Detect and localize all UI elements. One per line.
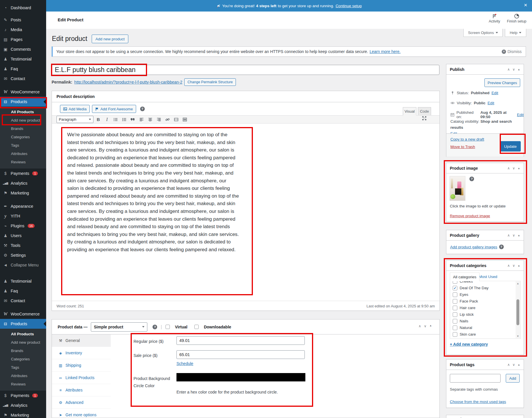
sidebar-item-tags[interactable]: Tags (0, 363, 46, 372)
sidebar-item-contact[interactable]: ✉Contact (0, 74, 46, 84)
scroll-up-icon[interactable]: ▲ (516, 281, 520, 285)
category-checkbox[interactable] (453, 312, 457, 317)
sidebar-item-reviews[interactable]: Reviews (0, 158, 46, 166)
category-checkbox[interactable] (453, 332, 457, 337)
edit-visibility-link[interactable]: Edit (488, 101, 494, 105)
add-media-button[interactable]: Add Media (60, 105, 90, 113)
edit-published-link[interactable]: Edit (517, 113, 524, 117)
sidebar-item-analytics[interactable]: ▂▅▇Analytics (0, 400, 46, 410)
sidebar-item-dashboard[interactable]: ◔Dashboard (0, 3, 46, 13)
product-data-tab-get-more-options[interactable]: ➤Get more options (52, 409, 111, 418)
sidebar-item-all-products[interactable]: All Products (0, 330, 46, 338)
sidebar-item-reviews[interactable]: Reviews (0, 380, 46, 388)
sidebar-item-analytics[interactable]: ▂▅▇Analytics (0, 178, 46, 188)
sidebar-item-woocommerce[interactable]: WWooCommerce (0, 309, 46, 319)
preview-changes-button[interactable]: Preview Changes (484, 78, 520, 87)
sidebar-item-testimonial[interactable]: ♟Testimonial (0, 276, 46, 286)
sidebar-item-marketing[interactable]: ⚑Marketing (0, 188, 46, 198)
category-checkbox[interactable] (453, 292, 457, 297)
sidebar-item-marketing[interactable]: ⚑Marketing (0, 410, 46, 418)
sidebar-item-products[interactable]: ⊟Products (0, 319, 46, 329)
sidebar-item-settings[interactable]: ⚙Settings (0, 250, 46, 260)
link-icon[interactable] (164, 116, 171, 123)
tab-visual[interactable]: Visual (403, 107, 416, 116)
product-data-tab-general[interactable]: ⚒General (52, 334, 111, 347)
product-data-tab-shipping[interactable]: ▥Shipping (52, 359, 111, 372)
move-up-icon[interactable]: ∧ (507, 233, 510, 237)
tab-most-used[interactable]: Most Used (479, 275, 497, 279)
add-tag-button[interactable]: Add (506, 374, 520, 383)
numbered-list-icon[interactable] (121, 116, 128, 123)
sidebar-item-yith[interactable]: yYITH (0, 211, 46, 221)
choose-most-used-tags-link[interactable]: Choose from the most used tags (450, 400, 506, 404)
product-data-tab-attributes[interactable]: ≡Attributes (52, 384, 111, 396)
fullscreen-icon[interactable] (422, 116, 427, 122)
tab-code[interactable]: Code (418, 107, 431, 116)
tag-input[interactable] (450, 374, 501, 383)
edit-status-link[interactable]: Edit (492, 91, 498, 95)
toggle-panel-icon[interactable]: ▲ (518, 167, 520, 170)
sidebar-item-pages[interactable]: ▤Pages (0, 35, 46, 44)
move-down-icon[interactable]: ∨ (424, 324, 426, 328)
toggle-panel-icon[interactable]: ▲ (429, 324, 432, 328)
bg-circle-color-input[interactable] (176, 373, 305, 381)
sidebar-item-plugins[interactable]: ⌁Plugins16 (0, 221, 46, 231)
virtual-checkbox[interactable] (166, 325, 170, 329)
activity-button[interactable]: Activity (489, 14, 500, 23)
toolbar-toggle-icon[interactable] (181, 116, 189, 123)
blockquote-icon[interactable] (129, 116, 137, 123)
sidebar-item-comments[interactable]: ▣Comments (0, 44, 46, 54)
move-up-icon[interactable]: ∧ (507, 166, 510, 170)
continue-setup-link[interactable]: Continue setup (336, 4, 362, 8)
sidebar-item-categories[interactable]: Categories (0, 133, 46, 141)
sidebar-item-tools[interactable]: ⚒Tools (0, 241, 46, 250)
sidebar-item-brands[interactable]: Brands (0, 124, 46, 133)
move-down-icon[interactable]: ∨ (512, 166, 515, 170)
add-font-awesome-button[interactable]: Add Font Awesome (92, 105, 136, 113)
remove-product-image-link[interactable]: Remove product image (450, 214, 490, 218)
scrollbar-thumb[interactable] (516, 299, 519, 325)
add-new-category-link[interactable]: + Add new category (450, 342, 488, 347)
move-up-icon[interactable]: ∧ (507, 264, 510, 268)
move-down-icon[interactable]: ∨ (512, 363, 515, 367)
move-up-icon[interactable]: ∧ (507, 67, 510, 71)
category-checkbox[interactable]: ✓ (453, 286, 457, 290)
align-right-icon[interactable] (155, 116, 163, 123)
bold-button[interactable]: B (95, 116, 102, 123)
sidebar-item-posts[interactable]: ✎Posts (0, 15, 46, 25)
finish-setup-button[interactable]: Finish setup (507, 14, 526, 23)
sidebar-item-appearance[interactable]: ✒Appearance (0, 201, 46, 211)
move-down-icon[interactable]: ∨ (512, 264, 515, 268)
scroll-down-icon[interactable]: ▼ (516, 334, 520, 338)
bullet-list-icon[interactable] (112, 116, 119, 123)
sidebar-item-faq[interactable]: ♟Faq (0, 286, 46, 296)
tab-all-categories[interactable]: All categories (450, 273, 480, 281)
product-data-tab-advanced[interactable]: ⚙Advanced (52, 396, 111, 409)
sidebar-item-attributes[interactable]: Attributes (0, 150, 46, 158)
sidebar-item-contact[interactable]: ✉Contact (0, 296, 46, 306)
category-checkbox[interactable] (453, 326, 457, 330)
sidebar-item-collapse-menu[interactable]: ◄Collapse Menu (0, 260, 46, 270)
sidebar-item-all-products[interactable]: All Products (0, 108, 46, 116)
change-permalink-button[interactable]: Change Permalink Structure (184, 78, 236, 86)
sidebar-item-brands[interactable]: Brands (0, 347, 46, 355)
help-tab[interactable]: Help (505, 29, 526, 37)
sidebar-item-media[interactable]: ♪Media (0, 25, 46, 35)
dismiss-button[interactable]: ✕ Dismiss (502, 49, 522, 54)
close-icon[interactable]: ✕ (524, 3, 527, 8)
update-button[interactable]: Update (500, 141, 521, 152)
sale-price-input[interactable] (176, 350, 305, 359)
sidebar-item-payments[interactable]: $Payments1 (0, 169, 46, 178)
category-checkbox[interactable] (453, 281, 457, 284)
sidebar-item-users[interactable]: ♟Users (0, 231, 46, 241)
toggle-panel-icon[interactable]: ▲ (518, 264, 520, 267)
downloadable-checkbox[interactable] (194, 325, 199, 329)
categories-scrollbar[interactable]: ▲ ▼ (516, 281, 520, 338)
add-gallery-images-link[interactable]: Add product gallery images (450, 245, 497, 249)
sidebar-item-woocommerce[interactable]: WWooCommerce (0, 87, 46, 97)
align-center-icon[interactable] (146, 116, 154, 123)
sidebar-item-attributes[interactable]: Attributes (0, 372, 46, 380)
product-title-input[interactable] (52, 65, 439, 75)
sidebar-item-testimonial[interactable]: ♟Testimonial (0, 54, 46, 64)
paragraph-format-select[interactable]: Paragraph (57, 116, 93, 123)
